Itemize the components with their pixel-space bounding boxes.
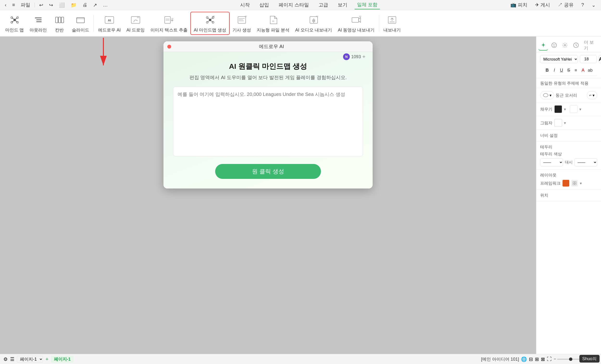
view-split-btn[interactable]: ⊟ [529, 356, 533, 362]
generate-btn[interactable]: 원 클릭 생성 [215, 164, 321, 179]
zoom-fit-btn[interactable]: ⛶ [547, 356, 552, 362]
fill-secondary-box[interactable] [570, 105, 577, 113]
panel-tab-clock[interactable] [571, 40, 581, 51]
menu-all-include[interactable]: 일체 포함 [355, 0, 380, 9]
modal-textarea[interactable] [173, 87, 363, 156]
redo-btn[interactable]: ↪ [47, 1, 56, 9]
credit-plus-btn[interactable]: + [362, 54, 365, 60]
more-btn[interactable]: … [100, 1, 110, 9]
globe-btn[interactable]: 🌐 [521, 356, 527, 362]
add-page-btn[interactable]: + [45, 356, 49, 362]
strikethrough-btn[interactable]: S [566, 67, 572, 74]
toolbar-ai-mindmap[interactable]: AI AI 마인드맵 생성 [190, 12, 230, 35]
modal-titlebar: 에드로우 AI [163, 41, 373, 52]
fill-color-box[interactable] [554, 105, 562, 113]
zoom-slider[interactable] [557, 359, 581, 360]
svg-text:AI: AI [359, 15, 361, 18]
toolbar-export[interactable]: 내보내기 [381, 12, 404, 34]
shuo-badge: Shuo의 [579, 355, 600, 363]
more-right-btn[interactable]: ⌄ [589, 1, 599, 9]
status-bar: ⚙ ☰ 페이지-1 + 페이지-1 [메인 아이디어 101] 🌐 ⊟ ⊞ ⊠ … [0, 354, 601, 364]
menu-insert[interactable]: 삽입 [257, 0, 271, 9]
shadow-box[interactable] [554, 119, 562, 127]
toolbar-ai-audio[interactable]: AI AI 오디오 내보내기 [292, 12, 335, 34]
fill-section: 채우기 ▾ ▾ [536, 102, 601, 116]
status-sidebar-btn[interactable]: ☰ [10, 356, 14, 362]
news-gen-icon: AI [236, 14, 248, 26]
border-dash2-select[interactable]: —— [575, 158, 597, 166]
bold-btn[interactable]: B [544, 67, 550, 74]
menu-start[interactable]: 시작 [238, 0, 252, 9]
toolbar-smart-file[interactable]: AI 지능형 파일 분석 [254, 12, 292, 34]
modal-close-btn[interactable] [167, 45, 171, 49]
view-full-btn[interactable]: ⊠ [541, 356, 545, 362]
back-btn[interactable]: ‹ [2, 1, 9, 9]
undo-btn[interactable]: ↩ [37, 1, 46, 9]
share-arrow-btn[interactable]: ↗ [91, 1, 100, 9]
toolbar-slide[interactable]: 슬라이드 [69, 12, 92, 34]
framework-grid-icon[interactable] [571, 180, 578, 187]
framework-color[interactable] [562, 180, 569, 187]
toolbar-news-gen[interactable]: AI 기사 생성 [230, 12, 254, 34]
font-size-input[interactable] [580, 55, 597, 63]
status-settings-btn[interactable]: ⚙ [3, 356, 8, 362]
framework-label: 프레임워크 [540, 181, 561, 186]
menu-advanced[interactable]: 고급 [316, 0, 331, 9]
panel-tab-face[interactable] [549, 40, 559, 51]
font-family-select[interactable]: Microsoft YaHei [540, 55, 578, 63]
panel-more-label[interactable]: 더 보기 [582, 39, 599, 52]
underline-btn[interactable]: U [559, 67, 565, 74]
menu-btn[interactable]: ≡ [10, 1, 18, 9]
menu-bar: ‹ ≡ 파일 ↩ ↪ ⬜ 📁 🖨 ↗ … 시작 삽입 페이지 스타일 고급 보기… [0, 0, 601, 10]
new-btn[interactable]: ⬜ [57, 1, 67, 9]
toolbar-outline[interactable]: 아웃라인 [27, 12, 50, 34]
share-btn[interactable]: ↗ 공유 [555, 1, 576, 9]
corner-select[interactable]: ⌐▾ [587, 91, 597, 99]
border-color-label: 테두리 색상 [540, 151, 597, 157]
layout-chevron[interactable]: ▾ [580, 181, 582, 186]
toolbar-mindmap[interactable]: 마인드 맵 [2, 12, 27, 34]
page-select[interactable]: 페이지-1 [17, 356, 43, 363]
credit-count: 1093 [351, 54, 361, 59]
help-btn[interactable]: ? [578, 1, 587, 9]
canvas-area[interactable]: 에드로우 AI N 1093 + AI 원클릭 마인드맵 생성 편집 영역에서 … [0, 37, 536, 354]
outline-icon [32, 14, 44, 26]
font-size-increase-btn[interactable]: A+ [599, 55, 601, 63]
menu-view[interactable]: 보기 [335, 0, 350, 9]
menu-page-style[interactable]: 페이지 스타일 [276, 0, 311, 9]
folder-btn[interactable]: 📁 [68, 1, 79, 9]
svg-text:AI: AI [137, 16, 139, 19]
toolbar-kanban-label: 칸반 [55, 27, 64, 33]
shadow-chevron[interactable]: ▾ [564, 121, 566, 125]
panel-tab-sparkle[interactable] [538, 40, 548, 51]
italic-btn[interactable]: I [551, 67, 558, 74]
zoom-minus[interactable]: − [554, 356, 556, 362]
toolbar-kanban[interactable]: 칸반 [50, 12, 69, 34]
align-btn[interactable]: ≡ [573, 67, 579, 74]
file-btn[interactable]: 파일 [18, 1, 33, 9]
sep-before-export [379, 15, 379, 32]
print-btn[interactable]: 🖨 [80, 1, 90, 9]
highlight-btn[interactable]: ab [587, 67, 593, 74]
toolbar-img-text[interactable]: AI 이미지 텍스트 추출 [148, 12, 190, 34]
layout-title: 레이아웃 [540, 172, 597, 178]
publish-btn[interactable]: ✈ 게시 [532, 1, 553, 9]
edraw-ai-icon: AI [103, 14, 116, 26]
view-fit-btn[interactable]: ⊞ [535, 356, 539, 362]
right-panel: 더 보기 Microsoft YaHei A+ A- B I U S ≡ A a… [536, 37, 601, 354]
border-dash1-select[interactable]: —— [540, 158, 563, 166]
panel-tab-settings[interactable] [560, 40, 570, 51]
toolbar-ai-video[interactable]: AI AI 동영상 내보내기 [335, 12, 377, 34]
ai-video-icon: AI [350, 14, 362, 26]
modal-heading: AI 원클릭 마인드맵 생성 [173, 61, 363, 71]
fill-chevron[interactable]: ▾ [564, 107, 566, 111]
font-color-btn[interactable]: A [580, 67, 586, 74]
toolbar-ai-draw[interactable]: AI AI 드로잉 [124, 12, 148, 34]
modal-subtext: 편집 영역에서 AI 도우미를 열어 보다 발전된 게임 플레이를 경험하십시오… [173, 74, 363, 81]
framework-row: 프레임워크 ▾ [540, 180, 597, 187]
pitch-btn[interactable]: 📺 피치 [508, 1, 530, 9]
shape-select[interactable]: ▾ [540, 91, 554, 99]
toolbar-edraw-ai[interactable]: AI 에드로우 AI [95, 12, 124, 34]
fill-secondary-chevron[interactable]: ▾ [579, 107, 581, 111]
modal-title: 에드로우 AI [174, 43, 369, 50]
